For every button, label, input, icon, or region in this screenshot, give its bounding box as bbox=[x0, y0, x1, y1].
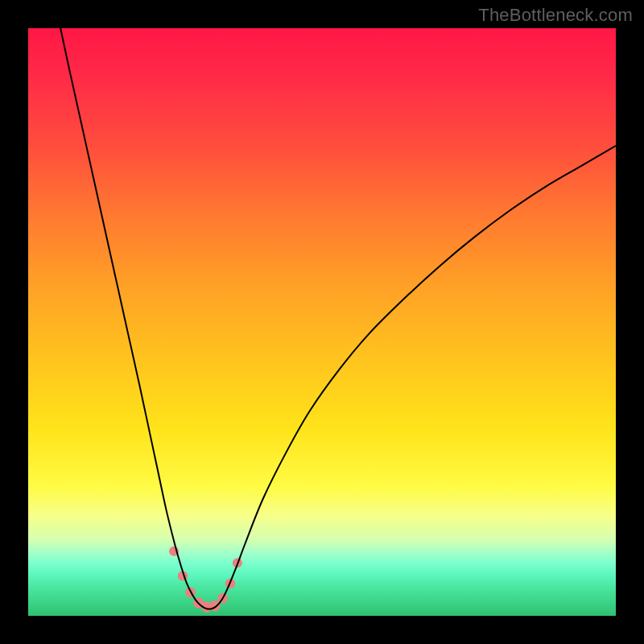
chart-overlay bbox=[28, 28, 616, 616]
chart-curve bbox=[60, 28, 616, 609]
watermark-text: TheBottleneck.com bbox=[478, 5, 633, 26]
